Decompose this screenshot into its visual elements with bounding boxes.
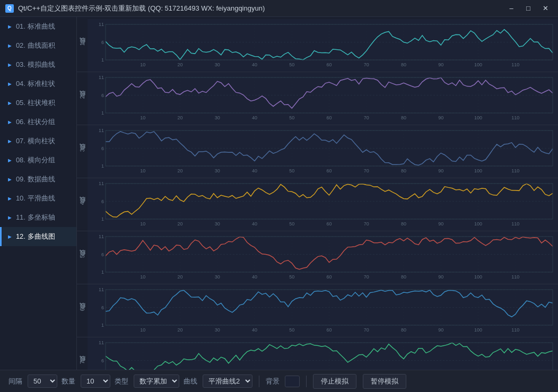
sidebar-item-9[interactable]: ► 09. 数据曲线 xyxy=(0,170,76,189)
sidebar-arrow: ► xyxy=(7,233,13,240)
y-axis-label-7: 曲线 7 xyxy=(79,360,86,367)
bg-label: 背景 xyxy=(266,377,280,386)
bg-color-button[interactable] xyxy=(285,376,300,387)
sidebar: ► 01. 标准曲线► 02. 曲线面积► 03. 模拟曲线► 04. 标准柱状… xyxy=(0,17,77,370)
chart-canvas-wrap-1[interactable] xyxy=(88,19,558,72)
y-axis-label-3: 曲线 3 xyxy=(79,148,86,155)
sidebar-item-8[interactable]: ► 08. 横向分组 xyxy=(0,151,76,170)
y-axis-label-4: 曲线 4 xyxy=(79,201,86,208)
window-controls: – □ ✕ xyxy=(504,3,553,14)
chart-row-5: 曲线 5 xyxy=(77,231,558,284)
type-select[interactable]: 数字累加随机数据正弦波 xyxy=(134,374,179,388)
bottom-toolbar: 间隔 102550100200 数量 5102050100 类型 数字累加随机数… xyxy=(0,370,558,392)
app-icon: Q xyxy=(5,4,14,13)
chart-row-4: 曲线 4 xyxy=(77,178,558,231)
sidebar-item-5[interactable]: ► 05. 柱状堆积 xyxy=(0,93,76,112)
chart-row-1: 曲线 1 xyxy=(77,19,558,72)
chart-canvas-6 xyxy=(88,284,558,337)
sidebar-item-3[interactable]: ► 03. 模拟曲线 xyxy=(0,55,76,74)
sidebar-arrow: ► xyxy=(7,100,13,106)
type-label: 类型 xyxy=(115,377,128,386)
stop-sim-button[interactable]: 停止模拟 xyxy=(313,374,356,389)
chart-canvas-7 xyxy=(88,337,558,370)
sidebar-item-label: 07. 横向柱状 xyxy=(16,136,55,146)
sidebar-arrow: ► xyxy=(7,195,13,202)
sidebar-item-label: 05. 柱状堆积 xyxy=(16,98,55,108)
sidebar-item-1[interactable]: ► 01. 标准曲线 xyxy=(0,17,76,36)
interval-select[interactable]: 102550100200 xyxy=(28,374,57,388)
chart-canvas-wrap-6[interactable] xyxy=(88,284,558,337)
y-axis-label-6: 曲线 6 xyxy=(79,307,86,314)
sidebar-item-label: 02. 曲线面积 xyxy=(16,41,55,50)
sidebar-arrow: ► xyxy=(7,81,13,87)
sidebar-item-4[interactable]: ► 04. 标准柱状 xyxy=(0,74,76,93)
y-label-col-7: 曲线 7 xyxy=(77,337,88,370)
y-axis-label-5: 曲线 5 xyxy=(79,254,86,261)
chart-canvas-wrap-2[interactable] xyxy=(88,72,558,125)
sidebar-item-label: 09. 数据曲线 xyxy=(16,175,55,184)
y-label-col-4: 曲线 4 xyxy=(77,178,88,231)
sidebar-arrow: ► xyxy=(7,214,13,221)
chart-row-7: 曲线 7 xyxy=(77,337,558,370)
curve-select[interactable]: 平滑曲线1平滑曲线2折线 xyxy=(203,374,252,388)
window-title: Qt/C++自定义图表控件示例-双击重新加载 (QQ: 517216493 WX… xyxy=(18,4,504,13)
y-label-col-2: 曲线 2 xyxy=(77,72,88,125)
sidebar-arrow: ► xyxy=(7,157,13,163)
chart-row-6: 曲线 6 xyxy=(77,284,558,337)
sidebar-arrow: ► xyxy=(7,138,13,144)
sidebar-arrow: ► xyxy=(7,62,13,68)
chart-canvas-wrap-7[interactable] xyxy=(88,337,558,370)
chart-area[interactable]: 曲线 1曲线 2曲线 3曲线 4曲线 5曲线 6曲线 7 xyxy=(77,17,558,370)
chart-canvas-5 xyxy=(88,231,558,284)
chart-canvas-wrap-5[interactable] xyxy=(88,231,558,284)
y-axis-label-2: 曲线 2 xyxy=(79,95,86,102)
chart-canvas-2 xyxy=(88,72,558,125)
chart-canvas-wrap-3[interactable] xyxy=(88,125,558,178)
title-bar: Q Qt/C++自定义图表控件示例-双击重新加载 (QQ: 517216493 … xyxy=(0,0,558,17)
sidebar-arrow: ► xyxy=(7,42,13,49)
chart-row-2: 曲线 2 xyxy=(77,72,558,125)
y-label-col-5: 曲线 5 xyxy=(77,231,88,284)
y-label-col-3: 曲线 3 xyxy=(77,125,88,178)
maximize-button[interactable]: □ xyxy=(521,3,536,14)
sidebar-arrow: ► xyxy=(7,119,13,125)
chart-canvas-wrap-4[interactable] xyxy=(88,178,558,231)
separator-2 xyxy=(306,376,307,387)
count-select[interactable]: 5102050100 xyxy=(81,374,110,388)
sidebar-item-label: 03. 模拟曲线 xyxy=(16,60,55,69)
sidebar-item-label: 10. 平滑曲线 xyxy=(16,194,55,203)
interval-label: 间隔 xyxy=(8,377,22,386)
y-label-col-6: 曲线 6 xyxy=(77,284,88,337)
y-label-col-1: 曲线 1 xyxy=(77,19,88,72)
sidebar-arrow: ► xyxy=(7,23,13,30)
sidebar-item-10[interactable]: ► 10. 平滑曲线 xyxy=(0,189,76,208)
sidebar-item-12[interactable]: ► 12. 多曲线图 xyxy=(0,227,76,246)
sidebar-item-2[interactable]: ► 02. 曲线面积 xyxy=(0,36,76,55)
sidebar-item-label: 01. 标准曲线 xyxy=(16,22,55,31)
close-button[interactable]: ✕ xyxy=(538,3,553,14)
pause-sim-button[interactable]: 暂停模拟 xyxy=(363,374,406,389)
minimize-button[interactable]: – xyxy=(504,3,519,14)
sidebar-arrow: ► xyxy=(7,176,13,182)
sidebar-item-label: 06. 柱状分组 xyxy=(16,117,55,127)
chart-canvas-1 xyxy=(88,19,558,72)
curve-text-label: 曲线 xyxy=(184,377,197,386)
sidebar-item-11[interactable]: ► 11. 多坐标轴 xyxy=(0,208,76,227)
chart-row-3: 曲线 3 xyxy=(77,125,558,178)
chart-canvas-4 xyxy=(88,178,558,231)
sidebar-item-label: 04. 标准柱状 xyxy=(16,79,55,89)
sidebar-item-7[interactable]: ► 07. 横向柱状 xyxy=(0,132,76,151)
sidebar-item-label: 11. 多坐标轴 xyxy=(16,213,55,222)
sidebar-item-label: 08. 横向分组 xyxy=(16,155,55,165)
y-axis-label-1: 曲线 1 xyxy=(79,42,86,49)
separator-1 xyxy=(259,376,259,387)
chart-canvas-3 xyxy=(88,125,558,178)
sidebar-item-6[interactable]: ► 06. 柱状分组 xyxy=(0,112,76,132)
count-label: 数量 xyxy=(62,377,75,386)
main-container: ► 01. 标准曲线► 02. 曲线面积► 03. 模拟曲线► 04. 标准柱状… xyxy=(0,17,558,370)
sidebar-item-label: 12. 多曲线图 xyxy=(16,232,55,241)
